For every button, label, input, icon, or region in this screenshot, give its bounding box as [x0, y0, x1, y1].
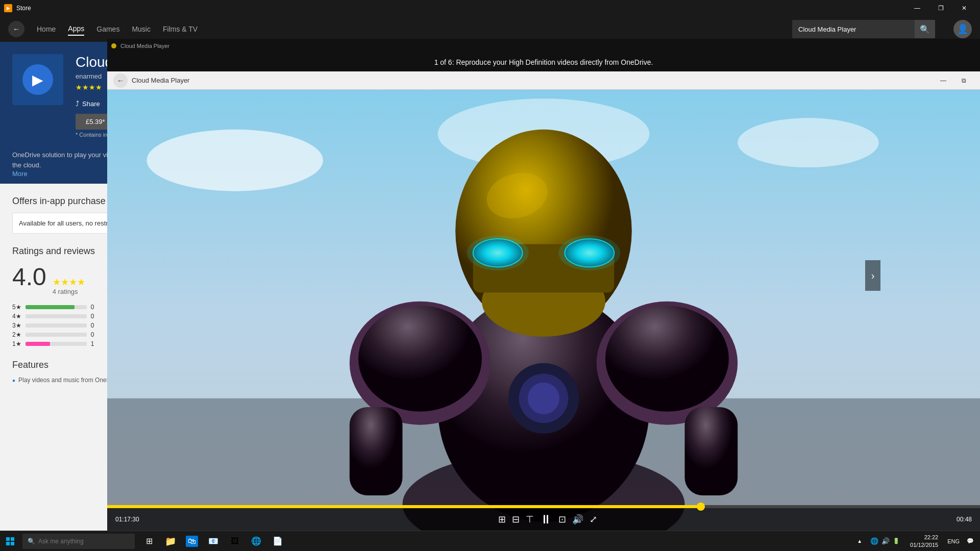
- video-area: 01:17:30 ⊞ ⊟ ⊤ ⏸ ⊡ 🔊 ⤢ 00:48: [107, 90, 980, 531]
- rating-stars: ★★★★: [53, 277, 85, 288]
- svg-rect-25: [350, 407, 403, 495]
- svg-point-1: [146, 130, 323, 191]
- bar-fill-1: [26, 342, 50, 346]
- nav-home[interactable]: Home: [37, 23, 56, 35]
- playlist-button[interactable]: ⊞: [498, 514, 506, 525]
- volume-button[interactable]: 🔊: [572, 514, 583, 525]
- chrome-button[interactable]: 🌐: [246, 531, 266, 552]
- window-title-label: Store: [16, 5, 31, 12]
- rating-total: 4 ratings: [53, 288, 85, 295]
- bar-track-5: [26, 305, 87, 309]
- time-remaining: 00:48: [957, 516, 972, 523]
- player-back-button[interactable]: ←: [113, 73, 128, 88]
- time-current: 01:17:30: [115, 516, 139, 523]
- fullscreen-button[interactable]: ⤢: [590, 514, 597, 525]
- window-icon: ▶: [4, 4, 12, 12]
- nav-games[interactable]: Games: [96, 23, 119, 35]
- svg-point-8: [358, 306, 482, 411]
- volume-tray-icon[interactable]: 🔊: [881, 537, 890, 545]
- player-titlebar: ← Cloud Media Player — ⧉: [107, 71, 980, 90]
- screenshot-modal: Cloud Media Player 1 of 6: Reproduce you…: [107, 39, 980, 531]
- bar-track-4: [26, 314, 87, 318]
- notification-button[interactable]: 💬: [965, 538, 976, 544]
- store-taskbar-button[interactable]: 🛍: [182, 531, 202, 552]
- title-bar: ▶ Store — ❐ ✕: [0, 0, 980, 16]
- svg-point-24: [528, 383, 559, 414]
- screenshot-caption: 1 of 6: Reproduce your High Definition v…: [107, 53, 980, 71]
- restore-button[interactable]: ❐: [929, 0, 952, 16]
- closed-caption-button[interactable]: ⊡: [558, 514, 566, 525]
- taskview-button[interactable]: ⊞: [139, 531, 159, 552]
- ratings-title: Ratings and reviews: [12, 246, 95, 257]
- minimap-bar: Cloud Media Player: [107, 39, 980, 53]
- bar-track-3: [26, 323, 87, 328]
- app-icon: ▶: [12, 54, 63, 105]
- title-bar-left: ▶ Store: [4, 4, 31, 12]
- taskbar-search: 🔍: [22, 534, 135, 549]
- taskbar-icons: ⊞ 📁 🛍 📧 🖼 🌐 📄: [139, 531, 288, 552]
- bar-fill-5: [26, 305, 75, 309]
- video-controls: 01:17:30 ⊞ ⊟ ⊤ ⏸ ⊡ 🔊 ⤢ 00:48: [107, 505, 980, 531]
- search-icon[interactable]: 🔍: [915, 20, 935, 38]
- nav-back-button[interactable]: ←: [8, 21, 24, 37]
- svg-point-10: [605, 306, 729, 411]
- share-button[interactable]: ⤴ Share: [76, 99, 100, 108]
- nav-music[interactable]: Music: [132, 23, 151, 35]
- taskbar-tray: ▲ 🌐 🔊 🔋 22:22 01/12/2015 ENG 💬: [855, 534, 980, 548]
- mail-button[interactable]: 📧: [203, 531, 224, 552]
- next-button[interactable]: ›: [865, 260, 880, 291]
- svg-rect-30: [6, 537, 10, 541]
- ironman-svg: [107, 90, 980, 531]
- svg-point-2: [738, 118, 878, 167]
- pause-button[interactable]: ⏸: [540, 512, 552, 527]
- battery-icon: 🔋: [893, 538, 900, 544]
- minimap-title: Cloud Media Player: [120, 43, 169, 49]
- big-rating: 4.0: [12, 263, 46, 291]
- taskbar-search-input[interactable]: [38, 538, 120, 545]
- window-controls: — ❐ ✕: [905, 0, 976, 16]
- bar-track-2: [26, 333, 87, 337]
- player-restore-button[interactable]: ⧉: [953, 72, 974, 89]
- tray-expand[interactable]: ▲: [855, 538, 864, 544]
- taskbar-search-icon: 🔍: [28, 538, 35, 545]
- nav-bar: ← Home Apps Games Music Films & TV 🔍 👤: [0, 16, 980, 42]
- video-content: [107, 90, 980, 531]
- network-icon[interactable]: 🌐: [870, 537, 878, 545]
- rating-detail: ★★★★ 4 ratings: [53, 277, 85, 295]
- progress-fill: [107, 505, 701, 508]
- nav-films-tv[interactable]: Films & TV: [163, 23, 198, 35]
- start-button[interactable]: [0, 531, 20, 552]
- svg-rect-26: [684, 407, 738, 495]
- app-icon-inner: ▶: [22, 64, 53, 95]
- nav-apps[interactable]: Apps: [68, 22, 84, 36]
- nav-search-box: 🔍: [792, 20, 935, 38]
- svg-point-20: [467, 235, 529, 270]
- progress-bar[interactable]: [107, 505, 980, 508]
- windows-icon: [6, 537, 14, 545]
- avatar[interactable]: 👤: [953, 20, 972, 38]
- lang-indicator: ENG: [944, 538, 963, 544]
- minimize-button[interactable]: —: [905, 0, 929, 16]
- player-win-controls: — ⧉: [933, 72, 974, 89]
- bar-track-1: [26, 342, 87, 346]
- progress-thumb[interactable]: [697, 503, 705, 511]
- svg-point-21: [558, 235, 620, 270]
- taskbar-clock: 22:22 01/12/2015: [906, 534, 942, 548]
- playback-controls: ⊞ ⊟ ⊤ ⏸ ⊡ 🔊 ⤢: [498, 512, 597, 527]
- tray-icons: 🌐 🔊 🔋: [866, 537, 904, 545]
- photos-button[interactable]: 🖼: [225, 531, 245, 552]
- taskbar: 🔍 ⊞ 📁 🛍 📧 🖼 🌐 📄 ▲ 🌐 🔊 🔋: [0, 531, 980, 551]
- nav-search-input[interactable]: [792, 22, 915, 36]
- controls-row: 01:17:30 ⊞ ⊟ ⊤ ⏸ ⊡ 🔊 ⤢ 00:48: [107, 508, 980, 531]
- subtitle-button[interactable]: ⊤: [526, 514, 534, 525]
- player-title: Cloud Media Player: [132, 77, 189, 84]
- file-explorer-button[interactable]: 📁: [160, 531, 181, 552]
- close-button[interactable]: ✕: [952, 0, 976, 16]
- svg-rect-32: [6, 542, 10, 545]
- acrobat-button[interactable]: 📄: [267, 531, 288, 552]
- minimap-dot: [111, 43, 116, 48]
- player-minimize-button[interactable]: —: [933, 72, 953, 89]
- svg-rect-31: [11, 537, 14, 541]
- split-view-button[interactable]: ⊟: [512, 514, 520, 525]
- app-stars: ★★★★: [76, 83, 102, 91]
